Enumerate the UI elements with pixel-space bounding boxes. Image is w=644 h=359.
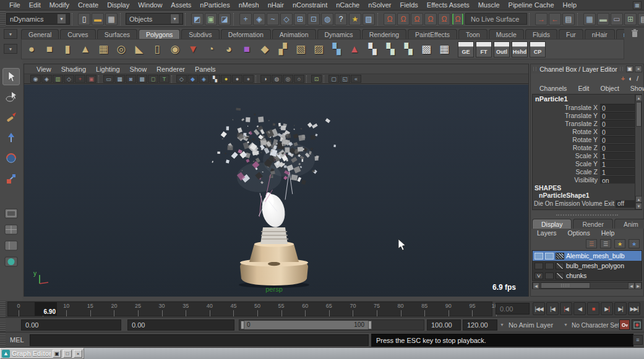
select-hierarchy-icon[interactable]: ◩ [191, 13, 204, 25]
drag-texture[interactable] [533, 67, 537, 71]
select-object-icon[interactable]: ▣ [205, 13, 217, 25]
shelf-tab-general[interactable]: General [21, 29, 59, 39]
selection-mask-selector[interactable]: Objects ▼ [126, 13, 183, 25]
textured-sphere-icon[interactable]: ◕ [221, 41, 237, 57]
safe-title-icon[interactable]: T [159, 75, 170, 83]
snap-view-plane-icon[interactable]: Ω [438, 13, 450, 25]
no-lighting-icon[interactable]: ● [243, 75, 254, 83]
poly-cube-icon[interactable]: ■ [41, 41, 58, 57]
smooth-mesh-icon[interactable]: ◆ [257, 41, 273, 57]
shaded-icon[interactable]: ◆ [187, 75, 198, 83]
channel-value-field[interactable]: on [600, 176, 635, 184]
layer-row-chunks[interactable]: Vchunks [533, 271, 642, 281]
layer-row-alembic-mesh-bulb[interactable]: Alembic_mesh_bulb [533, 251, 642, 261]
layer-list-hscrollbar[interactable]: ◀ ◀ ▶ [532, 282, 642, 289]
shelf-button-cp[interactable]: CP [530, 41, 546, 57]
scrollbar-thumb[interactable] [541, 282, 590, 289]
channel-value-field[interactable]: 0 [600, 104, 635, 111]
film-gate-icon[interactable]: ▭ [103, 75, 114, 83]
render-settings-icon[interactable]: ▤ [638, 13, 644, 25]
panel-separator[interactable] [531, 213, 643, 218]
rangebar-drag-handle[interactable] [0, 318, 6, 332]
channel-menu-edit[interactable]: Edit [573, 85, 594, 92]
channel-name[interactable]: Scale X [533, 152, 600, 159]
construction-history-icon[interactable]: ▤ [562, 13, 575, 25]
select-rendering-icon[interactable]: ◍ [321, 13, 333, 25]
restore-icon[interactable]: ▣ [53, 350, 61, 358]
shelf-tab-rendering[interactable]: Rendering [362, 29, 406, 39]
play-backwards-button[interactable]: ◀ [573, 302, 586, 315]
chevron-down-icon[interactable]: ▼ [564, 323, 568, 327]
anim-layer-selector[interactable]: No Anim Layer [509, 319, 562, 331]
menu-effects-assets[interactable]: Effects Assets [423, 1, 474, 9]
step-forward-frame-button[interactable]: ▶| [614, 302, 627, 315]
layer-tab-anim[interactable]: Anim [614, 219, 644, 229]
input-connections-icon[interactable]: → [535, 13, 547, 25]
uv-move-icon[interactable]: ▚ [382, 41, 398, 57]
divider[interactable] [120, 13, 124, 25]
select-deformations-icon[interactable]: ⊞ [294, 13, 306, 25]
manipulator-icon[interactable]: + [621, 75, 625, 82]
menu-window[interactable]: Window [134, 1, 166, 9]
scroll-right-icon[interactable]: ▶ [635, 282, 642, 289]
channel-value-field[interactable]: 0 [600, 120, 635, 127]
shelf-tab-ncloth[interactable]: nCloth [616, 29, 624, 39]
shelf-tab-toon[interactable]: Toon [458, 29, 487, 39]
output-connections-icon[interactable]: ← [549, 13, 561, 25]
shelf-item-menu-icon[interactable]: ▼ [4, 44, 17, 54]
layout-pane-outliner-button[interactable] [3, 239, 19, 252]
isolate-select-icon[interactable]: ⊡ [311, 75, 322, 83]
panel-menu-shading[interactable]: Shading [56, 65, 91, 73]
shadows-icon[interactable]: ◗ [260, 75, 271, 83]
save-scene-icon[interactable]: ▦ [105, 13, 118, 25]
close-icon[interactable]: × [74, 350, 82, 358]
channel-name[interactable]: Visibility [533, 176, 600, 184]
shelf-tab-polygons[interactable]: Polygons [139, 29, 180, 39]
channel-menu-object[interactable]: Object [595, 85, 624, 92]
channel-name[interactable]: Translate X [533, 104, 600, 111]
timeline-drag-handle[interactable] [0, 301, 6, 317]
layer-visibility-checkbox[interactable] [535, 253, 543, 260]
stop-button[interactable]: ■ [587, 302, 599, 315]
snap-point-icon[interactable]: Ω [411, 13, 423, 25]
divider[interactable] [377, 13, 381, 25]
move-layer-up-icon[interactable]: ☰ [586, 239, 597, 248]
layer-visibility-checkbox[interactable]: V [535, 272, 543, 279]
extract-faces-icon[interactable]: ▞ [275, 41, 291, 57]
image-plane-icon[interactable]: ▥ [53, 75, 63, 83]
grease-pencil-icon[interactable]: + [75, 75, 85, 83]
poly-plane-icon[interactable]: ▦ [95, 41, 111, 57]
pop-out-icon[interactable]: ▣ [626, 65, 633, 72]
step-back-key-button[interactable]: |◀ [560, 302, 572, 315]
menu-muscle[interactable]: Muscle [474, 1, 504, 9]
panel-menu-lighting[interactable]: Lighting [91, 65, 125, 73]
select-component-icon[interactable]: ◪ [218, 13, 231, 25]
shelf-tab-curves[interactable]: Curves [60, 29, 95, 39]
close-icon[interactable]: × [635, 65, 642, 72]
auto-keyframe-icon[interactable] [632, 319, 642, 330]
scrollbar-thumb[interactable] [636, 102, 642, 127]
channel-name[interactable]: Translate Y [533, 112, 600, 119]
highlight-selection-icon[interactable]: ▧ [363, 13, 375, 25]
select-tool[interactable] [2, 68, 20, 85]
layer-type-swatch[interactable] [556, 263, 564, 269]
animation-start-field[interactable]: 0.00 [21, 319, 121, 331]
channel-value-field[interactable]: 1 [600, 160, 635, 167]
wireframe-icon[interactable]: ◇ [176, 75, 187, 83]
layer-visibility-checkbox[interactable] [535, 263, 543, 269]
multisample-icon[interactable]: ○ [294, 75, 304, 83]
bulb-base-model[interactable] [240, 227, 308, 285]
shelf-tab-nhair[interactable]: nHair [585, 29, 615, 39]
panel-menu-view[interactable]: View [32, 65, 56, 73]
shape-name[interactable]: nParticleShape1 [533, 192, 635, 200]
poly-cylinder-icon[interactable]: ▮ [59, 41, 75, 57]
grease-frames-icon[interactable]: ▣ [86, 75, 97, 83]
poly-sphere-icon[interactable]: ● [24, 41, 40, 57]
emit-from-object-icon[interactable]: ▼ [185, 41, 201, 57]
channel-value-field[interactable]: 0 [600, 112, 635, 119]
panel-menu-show[interactable]: Show [125, 65, 152, 73]
divider[interactable] [577, 13, 581, 25]
menu-pipeline-cache[interactable]: Pipeline Cache [504, 1, 559, 9]
select-surfaces-icon[interactable]: ◇ [280, 13, 293, 25]
select-dynamics-icon[interactable]: ⊡ [307, 13, 320, 25]
